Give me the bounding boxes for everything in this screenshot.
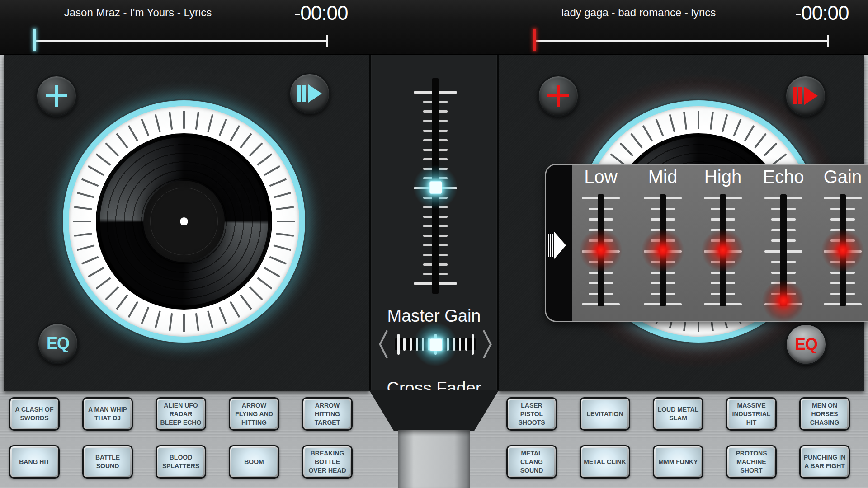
effect-button-alien-ufo-radar-bleep-echo[interactable]: ALIEN UFO RADAR BLEEP ECHO [156, 397, 206, 431]
platter-tick [128, 301, 138, 318]
effect-button-a-man-whip-that-dj[interactable]: A MAN WHIP THAT DJ [82, 397, 133, 431]
platter-tick [77, 244, 95, 251]
effect-button-breaking-bottle-over-head[interactable]: BREAKING BOTTLE OVER HEAD [302, 445, 353, 479]
eq-toggle-button-right[interactable]: EQ [785, 324, 827, 365]
effect-button-label: MEN ON HORSES CHASING [802, 400, 847, 428]
chevron-left-icon [377, 330, 389, 359]
eq-button-label: EQ [795, 335, 817, 354]
cross-fader-tick [397, 334, 400, 355]
platter-tick [257, 153, 272, 166]
load-track-button-right[interactable] [538, 75, 579, 117]
effect-button-punching-in-a-bar-fight[interactable]: PUNCHING IN A BAR FIGHT [799, 445, 850, 479]
eq-knob-mid[interactable] [641, 229, 684, 272]
deck-right-playhead[interactable] [533, 29, 536, 51]
cross-fader-tick [465, 338, 467, 351]
platter-tick [722, 114, 728, 132]
platter-tick [710, 112, 714, 130]
platter-tick [277, 221, 295, 222]
effect-button-boom[interactable]: BOOM [229, 445, 279, 479]
platter-tick [95, 277, 111, 290]
effect-button-bang-hit[interactable]: BANG HIT [9, 445, 60, 479]
platter-tick [116, 294, 128, 310]
platter-tick [183, 111, 185, 129]
deck-right-track-title: lady gaga - bad romance - lyrics [518, 6, 760, 19]
effect-button-label: PUNCHING IN A BAR FIGHT [802, 448, 847, 476]
effect-button-protons-machine-short[interactable]: PROTONS MACHINE SHORT [726, 445, 777, 479]
effect-button-label: BATTLE SOUND [85, 448, 130, 476]
effect-button-label: LASER PISTOL SHOOTS [509, 400, 554, 428]
seek-line [535, 40, 829, 42]
effect-button-levitation[interactable]: LEVITATION [580, 397, 630, 431]
eq-knob-low[interactable] [579, 229, 623, 272]
effect-button-laser-pistol-shoots[interactable]: LASER PISTOL SHOOTS [506, 397, 557, 431]
chevron-right-icon [481, 330, 493, 359]
eq-knob-echo[interactable] [762, 279, 805, 323]
deck-left-track-title: Jason Mraz - I'm Yours - Lyrics [18, 6, 258, 19]
platter-tick [273, 192, 291, 198]
deck-left-playhead[interactable] [33, 29, 36, 51]
platter-tick [207, 310, 213, 328]
eq-toggle-button-left[interactable]: EQ [37, 323, 79, 364]
effect-button-label: ARROW FLYING AND HITTING [231, 400, 277, 428]
eq-panel-handle[interactable] [547, 231, 571, 260]
cross-fader-tick [403, 338, 406, 351]
platter-tick [81, 256, 99, 265]
effect-button-blood-splatters[interactable]: BLOOD SPLATTERS [156, 445, 206, 479]
effect-button-arrow-flying-and-hitting[interactable]: ARROW FLYING AND HITTING [229, 397, 279, 431]
platter-tick [195, 112, 199, 130]
platter-tick [744, 125, 755, 142]
platter-tick [230, 301, 240, 318]
eq-knob-gain[interactable] [821, 229, 864, 272]
effect-button-label: A MAN WHIP THAT DJ [85, 400, 130, 428]
platter-tick [116, 133, 128, 148]
effect-button-men-on-horses-chasing[interactable]: MEN ON HORSES CHASING [799, 397, 850, 431]
eq-slider-label-echo: Echo [750, 167, 817, 187]
platter-tick [81, 178, 99, 187]
platter-tick [169, 112, 173, 130]
platter-tick [754, 133, 767, 148]
effect-button-loud-metal-slam[interactable]: LOUD METAL SLAM [653, 397, 703, 431]
platter-tick [257, 277, 272, 290]
seek-line [35, 40, 328, 42]
platter-tick [105, 142, 119, 156]
effect-button-label: PROTONS MACHINE SHORT [729, 448, 774, 476]
crossfader-slot [398, 430, 470, 488]
effect-button-label: MMM FUNKY [656, 448, 701, 476]
handle-line [550, 234, 551, 257]
platter-tick [155, 114, 161, 132]
effect-button-label: BANG HIT [12, 448, 57, 476]
effect-button-mmm-funky[interactable]: MMM FUNKY [653, 445, 703, 479]
seek-cap-end [326, 35, 328, 47]
platter-tick [77, 192, 95, 198]
platter-tick [269, 256, 287, 265]
platter-tick [273, 244, 291, 251]
platter-tick [230, 125, 240, 142]
platter-tick [630, 133, 643, 148]
platter-tick [183, 314, 185, 332]
platter-tick [733, 119, 742, 136]
cross-fader-knob[interactable] [414, 323, 457, 366]
platter-tick [74, 233, 92, 237]
eq-knob-high[interactable] [701, 229, 745, 272]
effect-button-arrow-hitting-target[interactable]: ARROW HITTING TARGET [302, 397, 353, 431]
effect-button-label: BLOOD SPLATTERS [158, 448, 203, 476]
effect-button-metal-clang-sound[interactable]: METAL CLANG SOUND [506, 445, 557, 479]
effect-button-a-clash-of-swords[interactable]: A CLASH OF SWORDS [9, 397, 60, 431]
platter-tick [276, 233, 294, 237]
cross-fader-tick [472, 334, 474, 355]
effect-button-label: BREAKING BOTTLE OVER HEAD [305, 448, 350, 476]
platter-tick [669, 114, 675, 132]
effect-button-massive-industrial-hit[interactable]: MASSIVE INDUSTRIAL HIT [726, 397, 777, 431]
effect-button-label: METAL CLINK [582, 448, 627, 476]
eq-slider-label-gain: Gain [809, 167, 868, 187]
platter-tick [88, 165, 104, 176]
platter-tick [128, 125, 138, 142]
platter-tick [698, 111, 699, 129]
jog-wheel-left[interactable] [62, 99, 306, 343]
seek-cap-end [827, 35, 829, 47]
effect-button-battle-sound[interactable]: BATTLE SOUND [82, 445, 133, 479]
effect-button-metal-clink[interactable]: METAL CLINK [580, 445, 630, 479]
platter-tick [269, 178, 287, 187]
master-gain-knob[interactable] [414, 165, 457, 209]
mixer-column: Master Gain Cross Fader [369, 55, 499, 391]
